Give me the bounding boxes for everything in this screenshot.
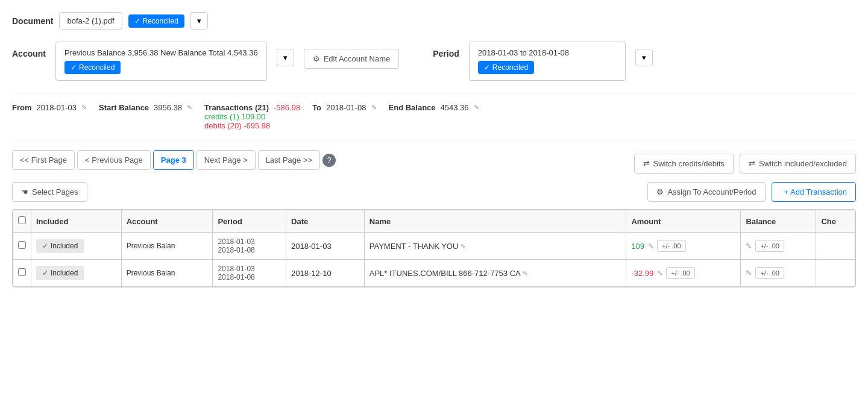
transactions-label: Transactions (21) — [204, 103, 269, 112]
to-label: To — [312, 103, 321, 112]
select-pages-label: Select Pages — [32, 187, 78, 196]
amount-adj-button-1[interactable]: +/- .00 — [666, 267, 695, 279]
document-label: Document — [12, 16, 53, 26]
switch-included-excluded-button[interactable]: ⇄ Switch included/excluded — [740, 154, 856, 174]
account-reconciled-badge: Reconciled — [64, 61, 121, 74]
balance-edit-icon-0[interactable]: ✎ — [746, 242, 752, 250]
edit-account-label: Edit Account Name — [324, 54, 391, 63]
col-amount: Amount — [626, 210, 741, 233]
document-filename: bofa-2 (1).pdf — [59, 12, 122, 30]
current-page-button[interactable]: Page 3 — [153, 150, 194, 170]
col-balance: Balance — [741, 210, 816, 233]
to-date: 2018-01-08 — [326, 103, 366, 112]
first-page-button[interactable]: << First Page — [12, 150, 75, 170]
switch-credits-debits-button[interactable]: ⇄ Switch credits/debits — [634, 154, 734, 174]
row-name-1: APL* ITUNES.COM/BILL 866-712-7753 CA ✎ — [364, 260, 626, 287]
row-included-0[interactable]: Included — [31, 233, 122, 260]
row-checkbox-cell[interactable] — [13, 260, 31, 287]
row-checkbox-0[interactable] — [18, 241, 26, 249]
select-all-header[interactable] — [13, 210, 31, 233]
from-date-edit-icon[interactable]: ✎ — [81, 104, 87, 111]
from-date: 2018-01-03 — [37, 103, 77, 112]
col-date: Date — [286, 210, 365, 233]
row-account-0: Previous Balan — [121, 233, 213, 260]
switch-credits-label: Switch credits/debits — [653, 159, 725, 168]
balance-adj-button-0[interactable]: +/- .00 — [755, 240, 784, 252]
row-balance-0: ✎ +/- .00 — [741, 233, 816, 260]
transactions-amount: -586.98 — [274, 103, 300, 112]
row-date-1: 2018-12-10 — [286, 260, 365, 287]
hand-icon: ☚ — [21, 187, 28, 196]
name-edit-icon-0[interactable]: ✎ — [461, 243, 466, 250]
row-amount-0: 109 ✎ +/- .00 — [626, 233, 741, 260]
row-che-0 — [816, 233, 855, 260]
transactions-table: Included Account Period Date Name Amount… — [13, 210, 855, 287]
table-row: Included Previous Balan 2018-01-032018-0… — [13, 233, 855, 260]
to-date-edit-icon[interactable]: ✎ — [371, 104, 377, 111]
table-row: Included Previous Balan 2018-01-032018-0… — [13, 260, 855, 287]
assign-label: Assign To Account/Period — [667, 187, 756, 196]
col-period: Period — [213, 210, 286, 233]
row-account-1: Previous Balan — [121, 260, 213, 287]
gear-icon2: ⚙ — [656, 187, 664, 196]
period-label: Period — [433, 49, 459, 58]
next-page-button[interactable]: Next Page > — [197, 150, 256, 170]
amount-edit-icon-0[interactable]: ✎ — [648, 242, 653, 250]
end-balance-label: End Balance — [389, 103, 436, 112]
row-checkbox-1[interactable] — [18, 268, 26, 276]
credits-amount: 109.00 — [242, 112, 266, 121]
gear-icon: ⚙ — [313, 54, 320, 63]
account-label: Account — [12, 49, 46, 58]
col-account: Account — [121, 210, 213, 233]
select-pages-button[interactable]: ☚ Select Pages — [12, 182, 87, 202]
debits-label: debits (20) — [204, 121, 241, 130]
credits-label: credits (1) — [204, 112, 239, 121]
col-che: Che — [816, 210, 855, 233]
row-che-1 — [816, 260, 855, 287]
included-badge-1[interactable]: Included — [36, 266, 84, 280]
assign-account-period-button[interactable]: ⚙ Assign To Account/Period — [647, 182, 765, 202]
start-balance-value: 3956.38 — [154, 103, 182, 112]
period-dropdown-button[interactable]: ▾ — [635, 49, 653, 66]
help-icon[interactable]: ? — [322, 154, 336, 167]
account-dropdown-button[interactable]: ▾ — [277, 49, 294, 66]
document-reconciled-badge: Reconciled — [128, 14, 184, 28]
prev-page-button[interactable]: < Previous Page — [77, 150, 151, 170]
select-all-checkbox[interactable] — [18, 216, 26, 224]
switch-icon2: ⇄ — [749, 159, 755, 168]
amount-value-0: 109 — [631, 242, 644, 251]
col-included: Included — [31, 210, 122, 233]
row-name-0: PAYMENT - THANK YOU ✎ — [364, 233, 626, 260]
row-period-1: 2018-01-032018-01-08 — [213, 260, 286, 287]
start-balance-edit-icon[interactable]: ✎ — [187, 104, 192, 111]
start-balance-label: Start Balance — [99, 103, 149, 112]
end-balance-value: 4543.36 — [441, 103, 469, 112]
add-transaction-button[interactable]: + Add Transaction — [772, 182, 856, 202]
period-range-text: 2018-01-03 to 2018-01-08 — [478, 48, 617, 57]
name-edit-icon-1[interactable]: ✎ — [523, 270, 528, 277]
row-included-1[interactable]: Included — [31, 260, 122, 287]
row-date-0: 2018-01-03 — [286, 233, 365, 260]
end-balance-edit-icon[interactable]: ✎ — [474, 104, 479, 111]
from-label: From — [12, 103, 32, 112]
edit-account-name-button[interactable]: ⚙ Edit Account Name — [304, 49, 400, 69]
transactions-table-container: Included Account Period Date Name Amount… — [12, 209, 856, 287]
balance-adj-button-1[interactable]: +/- .00 — [755, 267, 784, 279]
document-dropdown-button[interactable]: ▾ — [190, 12, 208, 30]
col-name: Name — [364, 210, 626, 233]
last-page-button[interactable]: Last Page >> — [258, 150, 320, 170]
amount-adj-button-0[interactable]: +/- .00 — [657, 240, 686, 252]
included-badge-0[interactable]: Included — [36, 239, 84, 253]
add-transaction-label: + Add Transaction — [784, 187, 847, 196]
period-reconciled-badge: Reconciled — [478, 61, 534, 74]
amount-edit-icon-1[interactable]: ✎ — [657, 269, 662, 277]
row-checkbox-cell[interactable] — [13, 233, 31, 260]
switch-included-label: Switch included/excluded — [759, 159, 847, 168]
period-box: 2018-01-03 to 2018-01-08 Reconciled — [469, 42, 626, 81]
amount-value-1: -32.99 — [631, 269, 653, 278]
balance-edit-icon-1[interactable]: ✎ — [746, 269, 752, 277]
debits-amount: -695.98 — [244, 121, 270, 130]
account-balance-text: Previous Balance 3,956.38 New Balance To… — [64, 48, 258, 57]
row-balance-1: ✎ +/- .00 — [741, 260, 816, 287]
account-box: Previous Balance 3,956.38 New Balance To… — [55, 42, 267, 81]
